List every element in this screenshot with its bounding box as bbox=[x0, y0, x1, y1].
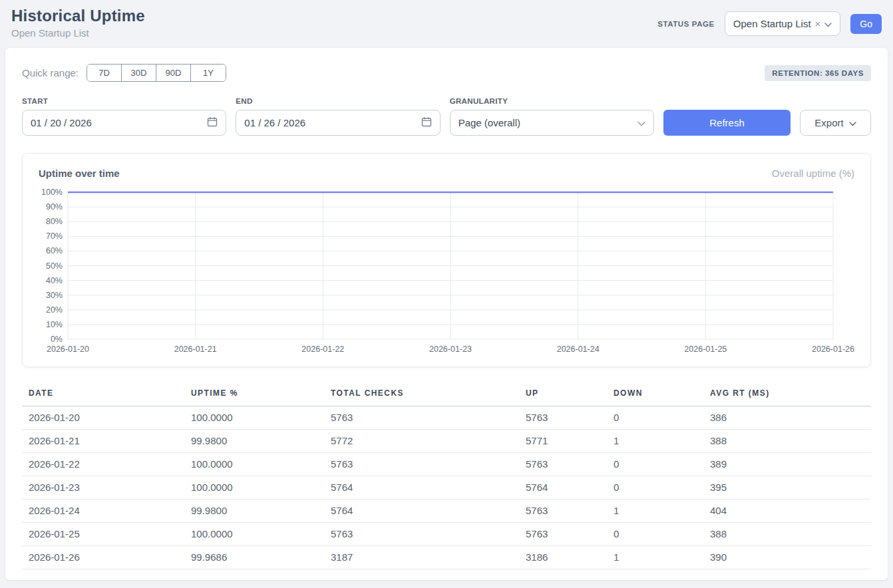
export-button[interactable]: Export bbox=[800, 110, 871, 136]
column-header: TOTAL CHECKS bbox=[324, 383, 519, 406]
clear-selection-icon[interactable]: × bbox=[815, 19, 821, 29]
table-cell: 5764 bbox=[324, 500, 519, 523]
svg-text:80%: 80% bbox=[46, 217, 63, 226]
table-header: DATEUPTIME %TOTAL CHECKSUPDOWNAVG RT (MS… bbox=[22, 383, 871, 406]
table-cell: 99.9800 bbox=[184, 500, 324, 523]
table-cell: 5771 bbox=[519, 430, 607, 453]
filter-row: START 01 / 20 / 2026 END 01 / 26 / 2026 … bbox=[22, 97, 871, 136]
end-date-field-group: END 01 / 26 / 2026 bbox=[236, 97, 440, 136]
chevron-down-icon bbox=[637, 117, 645, 129]
status-page-label: STATUS PAGE bbox=[657, 20, 715, 28]
table-cell: 0 bbox=[607, 523, 703, 546]
table-cell: 2026-01-25 bbox=[22, 523, 184, 546]
table-body: 2026-01-20100.00005763576303862026-01-21… bbox=[22, 406, 871, 569]
status-page-selected-value: Open Startup List bbox=[733, 18, 811, 29]
start-date-field-group: START 01 / 20 / 2026 bbox=[22, 97, 226, 136]
chart-title: Uptime over time bbox=[39, 168, 120, 179]
table-cell: 2026-01-21 bbox=[22, 430, 184, 453]
table-cell: 395 bbox=[703, 476, 871, 500]
uptime-chart-card: Uptime over time Overall uptime (%) 100%… bbox=[22, 153, 871, 367]
table-cell: 404 bbox=[703, 500, 871, 523]
quick-range-button-7d[interactable]: 7D bbox=[87, 65, 122, 81]
granularity-select[interactable]: Page (overall) bbox=[450, 110, 654, 136]
granularity-field-group: GRANULARITY Page (overall) bbox=[450, 97, 654, 136]
uptime-table: DATEUPTIME %TOTAL CHECKSUPDOWNAVG RT (MS… bbox=[22, 383, 871, 569]
svg-text:30%: 30% bbox=[46, 291, 63, 300]
svg-text:90%: 90% bbox=[46, 202, 63, 212]
quick-range-button-30d[interactable]: 30D bbox=[122, 65, 156, 81]
chart-legend: Overall uptime (%) bbox=[772, 168, 854, 179]
end-date-label: END bbox=[236, 97, 440, 105]
column-header: DOWN bbox=[607, 383, 703, 406]
table-cell: 5763 bbox=[519, 523, 607, 546]
table-cell: 5764 bbox=[324, 476, 519, 500]
chevron-down-icon bbox=[824, 18, 832, 30]
end-date-value: 01 / 26 / 2026 bbox=[244, 117, 305, 128]
go-button[interactable]: Go bbox=[850, 14, 882, 34]
table-cell: 100.0000 bbox=[184, 523, 324, 546]
column-header: DATE bbox=[22, 383, 184, 406]
table-cell: 5763 bbox=[519, 500, 607, 523]
table-cell: 390 bbox=[703, 546, 871, 569]
svg-text:2026-01-23: 2026-01-23 bbox=[429, 345, 472, 354]
column-header: UP bbox=[519, 383, 607, 406]
table-cell: 5763 bbox=[324, 453, 519, 476]
quick-range-label: Quick range: bbox=[22, 67, 79, 78]
table-cell: 2026-01-26 bbox=[22, 546, 184, 569]
table-cell: 5763 bbox=[324, 523, 519, 546]
table-cell: 100.0000 bbox=[184, 406, 324, 430]
svg-text:100%: 100% bbox=[41, 188, 63, 197]
svg-text:20%: 20% bbox=[46, 305, 63, 315]
table-row: 2026-01-2699.9686318731861390 bbox=[22, 546, 871, 569]
table-cell: 2026-01-20 bbox=[22, 406, 184, 430]
status-page-select[interactable]: Open Startup List × bbox=[725, 11, 841, 36]
granularity-selected-value: Page (overall) bbox=[458, 117, 520, 128]
start-date-input[interactable]: 01 / 20 / 2026 bbox=[22, 110, 226, 136]
svg-text:2026-01-26: 2026-01-26 bbox=[812, 345, 854, 354]
table-cell: 1 bbox=[607, 430, 703, 453]
refresh-button[interactable]: Refresh bbox=[663, 110, 791, 136]
quick-range-button-90d[interactable]: 90D bbox=[156, 65, 191, 81]
end-date-input[interactable]: 01 / 26 / 2026 bbox=[236, 110, 440, 136]
table-cell: 1 bbox=[607, 500, 703, 523]
header-titles: Historical Uptime Open Startup List bbox=[11, 7, 145, 39]
table-cell: 5764 bbox=[519, 476, 607, 500]
page-title: Historical Uptime bbox=[11, 7, 145, 25]
svg-text:2026-01-25: 2026-01-25 bbox=[684, 345, 727, 354]
svg-text:2026-01-24: 2026-01-24 bbox=[557, 345, 600, 354]
table-cell: 388 bbox=[703, 523, 871, 546]
table-cell: 99.9800 bbox=[184, 430, 324, 453]
table-cell: 5763 bbox=[519, 406, 607, 430]
table-cell: 388 bbox=[703, 430, 871, 453]
chart-plot-area: 100%90%80%70%60%50%40%30%20%10%0%2026-01… bbox=[39, 187, 854, 359]
table-row: 2026-01-25100.0000576357630388 bbox=[22, 523, 871, 546]
quick-range-button-1y[interactable]: 1Y bbox=[191, 65, 226, 81]
table-row: 2026-01-2199.9800577257711388 bbox=[22, 430, 871, 453]
column-header: AVG RT (MS) bbox=[703, 383, 871, 406]
calendar-icon[interactable] bbox=[421, 116, 432, 130]
export-button-label: Export bbox=[814, 117, 843, 128]
table-cell: 100.0000 bbox=[184, 453, 324, 476]
table-cell: 99.9686 bbox=[184, 546, 324, 569]
table-row: 2026-01-2499.9800576457631404 bbox=[22, 500, 871, 523]
svg-text:50%: 50% bbox=[46, 261, 63, 271]
start-date-label: START bbox=[22, 97, 226, 105]
table-cell: 0 bbox=[607, 406, 703, 430]
chevron-down-icon bbox=[849, 117, 856, 128]
table-cell: 5763 bbox=[324, 406, 519, 430]
svg-text:2026-01-20: 2026-01-20 bbox=[47, 345, 89, 354]
calendar-icon[interactable] bbox=[207, 116, 218, 130]
table-row: 2026-01-22100.0000576357630389 bbox=[22, 453, 871, 476]
table-cell: 3187 bbox=[324, 546, 519, 569]
svg-text:2026-01-21: 2026-01-21 bbox=[174, 345, 217, 354]
svg-text:70%: 70% bbox=[46, 231, 63, 241]
table-row: 2026-01-20100.0000576357630386 bbox=[22, 406, 871, 430]
table-cell: 389 bbox=[703, 453, 871, 476]
header-controls: STATUS PAGE Open Startup List × Go bbox=[657, 11, 882, 36]
quick-range-row: Quick range: 7D30D90D1Y RETENTION: 365 D… bbox=[22, 64, 871, 82]
table-cell: 100.0000 bbox=[184, 476, 324, 500]
table-cell: 3186 bbox=[519, 546, 607, 569]
svg-text:60%: 60% bbox=[46, 246, 63, 255]
column-header: UPTIME % bbox=[184, 383, 324, 406]
main-card: Quick range: 7D30D90D1Y RETENTION: 365 D… bbox=[5, 48, 888, 580]
